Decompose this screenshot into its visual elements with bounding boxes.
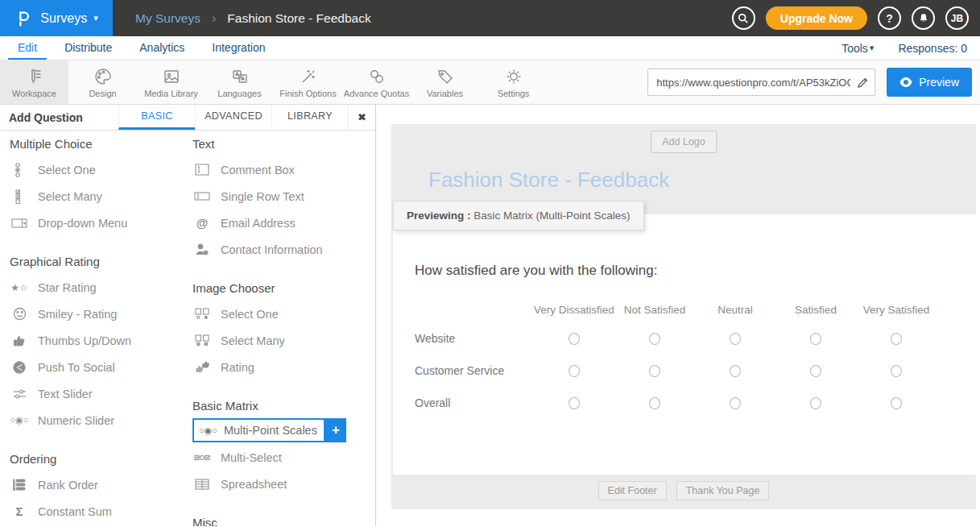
tab-library[interactable]: LIBRARY (271, 105, 348, 130)
question-type-single-row-text[interactable]: Single Row Text (192, 183, 375, 210)
toolbar-settings[interactable]: Settings (479, 60, 548, 104)
question-type-smiley-rating[interactable]: Smiley - Rating (10, 301, 192, 327)
share-icon (10, 361, 29, 374)
question-type-select-one[interactable]: Select One (10, 156, 192, 183)
add-question-type-button[interactable]: + (325, 418, 346, 442)
multi-point-scales-icon: ○◉○ (199, 425, 217, 436)
question-type-multi-point-scales-selected[interactable]: ○◉○ Multi-Point Scales + (192, 418, 375, 442)
edit-url-button[interactable] (850, 69, 875, 95)
tools-dropdown[interactable]: Tools ▾ (841, 42, 874, 55)
dropdown-icon (10, 218, 29, 229)
matrix-column-header: Neutral (695, 297, 775, 322)
tab-distribute[interactable]: Distribute (55, 36, 122, 60)
question-type-spreadsheet[interactable]: Spreadsheet (192, 471, 375, 497)
matrix-radio[interactable] (569, 397, 580, 409)
toolbar-workspace[interactable]: Workspace (0, 60, 68, 104)
matrix-radio[interactable] (649, 397, 660, 409)
close-panel-button[interactable]: ✖ (348, 105, 375, 130)
upgrade-now-button[interactable]: Upgrade Now (766, 6, 867, 30)
contact-person-icon (192, 243, 212, 255)
matrix-radio[interactable] (810, 397, 821, 409)
question-type-push-to-social[interactable]: Push To Social (10, 354, 192, 380)
help-button[interactable]: ? (878, 6, 901, 30)
eye-icon (899, 77, 912, 87)
question-type-image-select-many[interactable]: Select Many (192, 327, 375, 354)
survey-preview-panel: Add Logo Fashion Store - Feedback Previe… (391, 124, 976, 509)
matrix-radio[interactable] (730, 397, 741, 409)
question-type-drop-down-menu[interactable]: Drop-down Menu (10, 210, 192, 236)
tab-analytics[interactable]: Analytics (130, 36, 194, 60)
chevron-right-icon: › (212, 11, 216, 26)
question-type-email-address[interactable]: @ Email Address (192, 210, 375, 236)
matrix-radio[interactable] (810, 333, 821, 345)
question-type-star-rating[interactable]: ★☆ Star Rating (10, 274, 192, 301)
thank-you-page-button[interactable]: Thank You Page (676, 481, 770, 500)
matrix-radio[interactable] (569, 365, 580, 377)
question-type-comment-box[interactable]: Comment Box (192, 156, 375, 183)
matrix-radio[interactable] (730, 365, 741, 377)
toolbar-languages[interactable]: Languages (205, 60, 274, 104)
tab-basic[interactable]: BASIC (118, 105, 195, 130)
preview-button[interactable]: Preview (887, 68, 972, 97)
toolbar-advance-quotas[interactable]: Advance Quotas (342, 60, 411, 104)
matrix-cell (614, 355, 695, 387)
matrix-cell (856, 355, 937, 387)
matrix-radio[interactable] (891, 365, 902, 377)
matrix-cell (695, 355, 775, 387)
question-type-image-rating[interactable]: Rating (192, 354, 375, 380)
add-logo-button[interactable]: Add Logo (651, 131, 717, 153)
survey-toolbar: Workspace Design Media Library Languages… (0, 60, 980, 105)
question-type-label: Multi-Select (221, 451, 282, 464)
image-rating-icon (192, 361, 212, 373)
survey-url-field[interactable]: https://www.questionpro.com/t/AP53kZiOC (647, 68, 875, 96)
matrix-column-header: Not Satisfied (614, 297, 695, 322)
question-type-cutoff[interactable]: Drag and Drop (10, 525, 192, 526)
question-preview-card: How satisfied are you with the following… (393, 214, 976, 475)
breadcrumb-my-surveys[interactable]: My Surveys (135, 11, 201, 26)
question-type-numeric-slider[interactable]: ○◉○ Numeric Slider (10, 407, 192, 434)
edit-footer-button[interactable]: Edit Footer (598, 481, 667, 500)
question-type-constant-sum[interactable]: Σ Constant Sum (10, 498, 192, 525)
matrix-radio[interactable] (891, 397, 902, 409)
matrix-radio[interactable] (730, 333, 741, 345)
previewing-label: Previewing : (407, 210, 471, 222)
question-type-image-select-one[interactable]: Select One (192, 301, 375, 327)
avatar[interactable]: JB (945, 6, 969, 30)
close-icon: ✖ (358, 111, 366, 123)
selected-question-type-box[interactable]: ○◉○ Multi-Point Scales (192, 418, 325, 442)
toolbar-media-library[interactable]: Media Library (137, 60, 205, 104)
question-type-text-slider[interactable]: Text Slider (10, 380, 192, 407)
search-button[interactable] (732, 6, 755, 30)
chevron-down-icon: ▾ (93, 13, 98, 23)
tab-edit[interactable]: Edit (8, 36, 47, 60)
question-type-contact-information[interactable]: Contact Information (192, 236, 375, 263)
question-type-multi-select[interactable]: Multi-Select (192, 444, 375, 471)
question-type-label: Rank Order (38, 479, 98, 492)
toolbar-design[interactable]: Design (68, 60, 137, 104)
surveys-menu[interactable]: Surveys ▾ (0, 0, 113, 36)
question-type-label: Contact Information (221, 243, 323, 256)
matrix-radio[interactable] (810, 365, 821, 377)
survey-title[interactable]: Fashion Store - Feedback (428, 168, 669, 193)
matrix-corner (415, 297, 534, 322)
toolbar-variables[interactable]: Variables (411, 60, 479, 104)
notifications-button[interactable] (912, 6, 935, 30)
bell-icon (918, 13, 929, 24)
toolbar-finish-options[interactable]: Finish Options (274, 60, 342, 104)
nav-bar: Edit Distribute Analytics Integration To… (0, 36, 980, 60)
thumbs-up-icon (10, 334, 29, 347)
matrix-radio[interactable] (649, 365, 660, 377)
question-type-rank-order[interactable]: 123 Rank Order (10, 471, 192, 498)
matrix-radio[interactable] (891, 333, 902, 345)
pencil-icon (857, 77, 869, 89)
responses-count[interactable]: Responses: 0 (898, 42, 967, 55)
question-type-label: Push To Social (38, 361, 115, 374)
tab-integration[interactable]: Integration (202, 36, 275, 60)
matrix-radio[interactable] (649, 333, 660, 345)
tab-advanced[interactable]: ADVANCED (195, 105, 271, 130)
matrix-radio[interactable] (569, 333, 580, 345)
survey-url[interactable]: https://www.questionpro.com/t/AP53kZiOC (648, 77, 850, 89)
question-type-thumbs-up-down[interactable]: Thumbs Up/Down (10, 327, 192, 354)
section-heading: Graphical Rating (10, 255, 192, 268)
question-type-select-many[interactable]: Select Many (10, 183, 192, 210)
